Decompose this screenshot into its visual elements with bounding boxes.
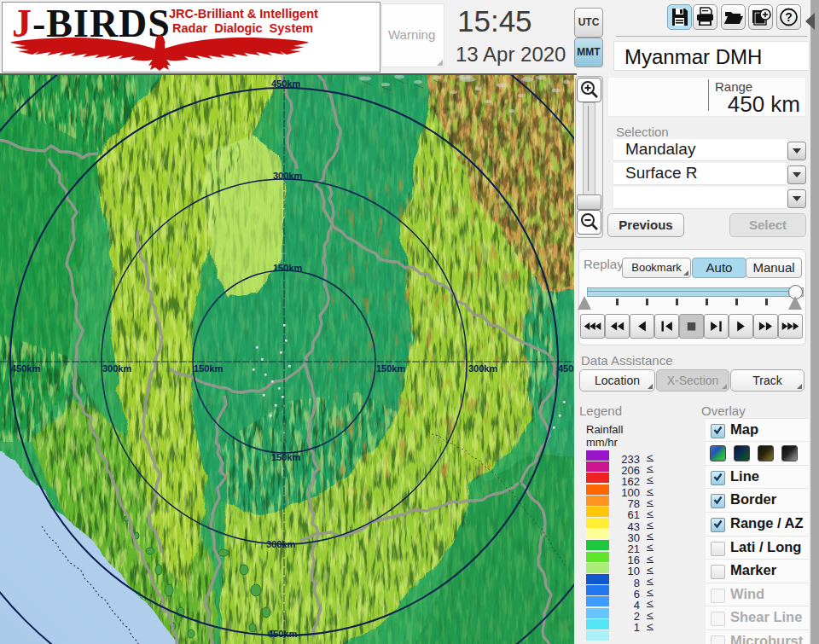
svg-text:150km: 150km — [273, 263, 302, 273]
svg-text:300km: 300km — [102, 363, 131, 374]
svg-text:300km: 300km — [468, 363, 497, 374]
svg-text:150km: 150km — [271, 452, 300, 462]
svg-text:150km: 150km — [194, 363, 223, 374]
svg-text:450km: 450km — [271, 78, 300, 89]
svg-text:450km: 450km — [11, 363, 40, 374]
svg-text:450km: 450km — [268, 629, 297, 639]
svg-text:450km: 450km — [558, 363, 574, 374]
svg-text:300km: 300km — [266, 539, 295, 549]
svg-text:150km: 150km — [376, 363, 405, 374]
svg-text:300km: 300km — [273, 171, 302, 181]
svg-text:?: ? — [785, 10, 793, 24]
